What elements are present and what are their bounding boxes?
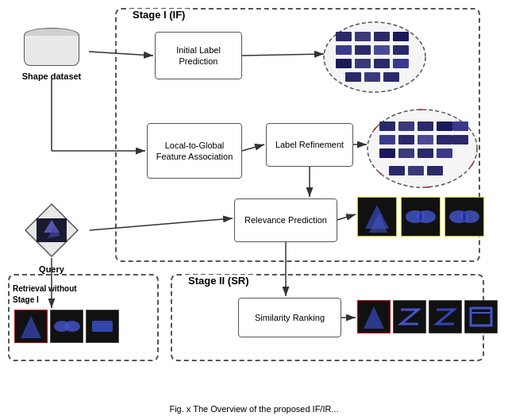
svg-rect-19	[383, 72, 399, 82]
ret-img-3	[86, 310, 119, 343]
initial-label-output-cluster	[321, 20, 429, 95]
svg-rect-8	[393, 32, 409, 41]
local-global-text: Local-to-Global Feature Association	[152, 140, 237, 163]
svg-rect-27	[379, 135, 395, 144]
svg-rect-18	[364, 72, 380, 82]
svg-rect-36	[389, 166, 405, 175]
svg-rect-12	[393, 45, 409, 55]
diagram-container: Stage I (IF) Stage II (SR) Shape dataset…	[0, 0, 508, 420]
refinement-cluster-svg	[365, 107, 480, 191]
initial-label-prediction-box: Initial Label Prediction	[155, 32, 242, 79]
query-container: Query	[16, 202, 87, 274]
svg-rect-25	[437, 121, 452, 131]
label-refinement-box: Label Refinement	[266, 123, 353, 167]
rank-img-4	[464, 300, 498, 333]
query-label: Query	[16, 264, 87, 274]
svg-rect-5	[336, 32, 352, 41]
svg-rect-45	[419, 213, 422, 221]
svg-rect-14	[355, 59, 371, 68]
initial-cluster-svg	[321, 20, 429, 95]
similarity-ranking-box: Similarity Ranking	[238, 298, 341, 337]
relevance-img-2	[401, 197, 441, 237]
relevance-prediction-text: Relevance Prediction	[244, 214, 327, 225]
svg-rect-31	[452, 135, 468, 144]
label-refinement-text: Label Refinement	[275, 139, 344, 150]
svg-rect-30	[437, 135, 452, 144]
svg-rect-34	[418, 148, 433, 158]
ret-img-2	[50, 310, 83, 343]
svg-rect-15	[374, 59, 390, 68]
svg-point-61	[64, 321, 80, 332]
svg-rect-37	[408, 166, 424, 175]
cylinder-body	[24, 36, 79, 66]
retrieval-without-title: Retrieval without Stage I	[13, 283, 100, 305]
svg-rect-33	[398, 148, 414, 158]
retrieval-without-label: Retrieval without Stage I	[13, 284, 77, 304]
svg-rect-49	[463, 213, 466, 221]
retrieval-results	[14, 310, 119, 343]
label-refinement-output-cluster	[365, 107, 480, 191]
svg-rect-9	[336, 45, 352, 55]
relevance-prediction-box: Relevance Prediction	[234, 198, 337, 242]
ret-img-1	[14, 310, 48, 343]
svg-rect-32	[379, 148, 395, 158]
svg-rect-29	[418, 135, 433, 144]
initial-label-text: Initial Label Prediction	[160, 44, 237, 67]
cylinder-icon	[24, 28, 79, 67]
relevance-img-3	[444, 197, 484, 237]
stage2-label: Stage II (SR)	[184, 275, 253, 287]
shape-dataset: Shape dataset	[16, 28, 87, 81]
similarity-ranking-text: Similarity Ranking	[255, 312, 325, 323]
svg-rect-11	[374, 45, 390, 55]
similarity-ranking-results	[357, 300, 498, 333]
svg-rect-10	[355, 45, 371, 55]
svg-rect-26	[452, 121, 468, 131]
shape-dataset-label: Shape dataset	[16, 71, 87, 81]
rank-img-2	[393, 300, 426, 333]
svg-rect-13	[336, 59, 352, 68]
svg-rect-17	[345, 72, 361, 82]
svg-rect-16	[393, 59, 409, 68]
svg-rect-38	[427, 166, 443, 175]
svg-rect-54	[464, 300, 498, 333]
svg-rect-24	[418, 121, 433, 131]
rank-img-3	[429, 300, 462, 333]
svg-rect-35	[437, 148, 452, 158]
svg-rect-7	[374, 32, 390, 41]
svg-rect-63	[92, 321, 113, 332]
query-diamond-icon	[24, 202, 79, 258]
local-global-box: Local-to-Global Feature Association	[147, 123, 242, 179]
relevance-output	[357, 197, 484, 237]
svg-rect-23	[398, 121, 414, 131]
relevance-img-1	[357, 197, 397, 237]
stage1-label: Stage I (IF)	[129, 9, 189, 21]
rank-img-1	[357, 300, 391, 333]
svg-rect-22	[379, 121, 395, 131]
caption: Fig. x The Overview of the proposed IF/I…	[169, 404, 338, 414]
svg-rect-6	[355, 32, 371, 41]
svg-rect-28	[398, 135, 414, 144]
